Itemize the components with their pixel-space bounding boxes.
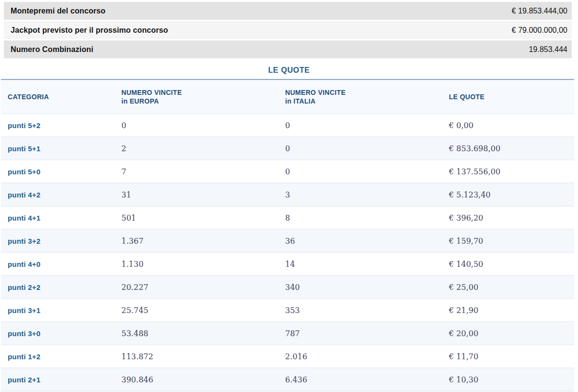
quote-table-header: CATEGORIA NUMERO VINCITE in EUROPA NUMER…: [1, 79, 574, 114]
category-cell: punti 2+1: [1, 368, 115, 391]
wins-italy-cell: 0: [278, 137, 442, 160]
wins-italy-cell: 340: [278, 275, 442, 299]
wins-italy-cell: 3: [278, 183, 442, 206]
table-row-punti-2-2: punti 2+2 20.227 340 € 25,00: [1, 275, 574, 299]
wins-europe-cell: 2: [115, 137, 278, 160]
wins-italy-cell: 6.436: [278, 368, 442, 391]
wins-europe-cell: 501: [115, 206, 278, 229]
summary-row-montepremi: Montepremi del concorso € 19.853.444,00: [4, 2, 572, 20]
table-row-punti-3-0: punti 3+0 53.488 787 € 20,00: [1, 322, 574, 345]
category-cell: punti 3+1: [1, 299, 115, 322]
category-cell: punti 3+0: [1, 322, 115, 345]
combinazioni-label: Numero Combinazioni: [11, 45, 93, 54]
wins-europe-cell: 7: [115, 160, 278, 183]
header-europa-line2: in EUROPA: [121, 97, 278, 105]
table-row-punti-4-2: punti 4+2 31 3 € 5.123,40: [1, 183, 574, 206]
lottery-results-page: Montepremi del concorso € 19.853.444,00 …: [0, 0, 578, 392]
quota-cell: € 5.123,40: [442, 183, 574, 206]
summary-row-combinazioni: Numero Combinazioni 19.853.444: [4, 40, 572, 58]
quote-table: CATEGORIA NUMERO VINCITE in EUROPA NUMER…: [1, 79, 574, 392]
montepremi-value: € 19.853.444,00: [512, 7, 567, 15]
wins-europe-cell: 1.367: [115, 229, 278, 252]
combinazioni-value: 19.853.444: [529, 45, 567, 54]
quota-cell: € 137.556,00: [442, 160, 574, 183]
quota-cell: € 140,50: [442, 252, 574, 275]
jackpot-label: Jackpot previsto per il prossimo concors…: [11, 26, 168, 35]
header-le-quote-label: LE QUOTE: [449, 93, 485, 101]
header-le-quote: LE QUOTE: [442, 79, 574, 114]
quota-cell: € 11,70: [442, 345, 574, 368]
quota-cell: € 25,00: [442, 275, 574, 299]
quota-cell: € 396,20: [442, 206, 574, 229]
header-italia-line1: NUMERO VINCITE: [285, 88, 442, 97]
category-cell: punti 4+1: [1, 206, 115, 229]
wins-europe-cell: 390.846: [115, 368, 278, 391]
quota-cell: € 853.698,00: [442, 137, 574, 160]
category-cell: punti 5+1: [1, 137, 115, 160]
wins-europe-cell: 25.745: [115, 299, 278, 322]
wins-italy-cell: 787: [278, 322, 442, 345]
wins-europe-cell: 0: [115, 114, 278, 137]
header-italia-line2: in ITALIA: [285, 97, 442, 105]
table-row-punti-5-2: punti 5+2 0 0 € 0,00: [1, 114, 574, 137]
header-categoria-label: CATEGORIA: [8, 93, 49, 101]
header-row: CATEGORIA NUMERO VINCITE in EUROPA NUMER…: [1, 79, 574, 114]
table-row-punti-5-1: punti 5+1 2 0 € 853.698,00: [1, 137, 574, 160]
wins-italy-cell: 14: [278, 252, 442, 275]
category-cell: punti 5+0: [1, 160, 115, 183]
quota-cell: € 0,00: [442, 114, 574, 137]
summary-row-jackpot: Jackpot previsto per il prossimo concors…: [4, 21, 572, 39]
section-title-le-quote: LE QUOTE: [0, 66, 578, 75]
quota-cell: € 20,00: [442, 322, 574, 345]
table-row-punti-4-0: punti 4+0 1.130 14 € 140,50: [1, 252, 574, 275]
table-row-punti-1-2: punti 1+2 113.872 2.016 € 11,70: [1, 345, 574, 368]
jackpot-value: € 79.000.000,00: [512, 26, 567, 35]
wins-italy-cell: 0: [278, 160, 442, 183]
wins-europe-cell: 31: [115, 183, 278, 206]
wins-europe-cell: 1.130: [115, 252, 278, 275]
wins-italy-cell: 0: [278, 114, 442, 137]
table-row-punti-5-0: punti 5+0 7 0 € 137.556,00: [1, 160, 574, 183]
wins-italy-cell: 8: [278, 206, 442, 229]
table-row-punti-3-1: punti 3+1 25.745 353 € 21,90: [1, 299, 574, 322]
table-row-punti-2-1: punti 2+1 390.846 6.436 € 10,30: [1, 368, 574, 391]
header-europa-line1: NUMERO VINCITE: [121, 88, 278, 97]
wins-italy-cell: 353: [278, 299, 442, 322]
category-cell: punti 4+2: [1, 183, 115, 206]
wins-europe-cell: 53.488: [115, 322, 278, 345]
quota-cell: € 21,90: [442, 299, 574, 322]
category-cell: punti 4+0: [1, 252, 115, 275]
header-vincite-europa: NUMERO VINCITE in EUROPA: [115, 79, 278, 114]
table-row-punti-3-2: punti 3+2 1.367 36 € 159,70: [1, 229, 574, 252]
header-categoria: CATEGORIA: [1, 79, 115, 114]
quote-table-body: punti 5+2 0 0 € 0,00 punti 5+1 2 0 € 853…: [1, 114, 574, 391]
quota-cell: € 159,70: [442, 229, 574, 252]
table-row-punti-4-1: punti 4+1 501 8 € 396,20: [1, 206, 574, 229]
category-cell: punti 5+2: [1, 114, 115, 137]
montepremi-label: Montepremi del concorso: [11, 7, 105, 15]
contest-summary: Montepremi del concorso € 19.853.444,00 …: [0, 0, 578, 58]
header-vincite-italia: NUMERO VINCITE in ITALIA: [278, 79, 442, 114]
wins-europe-cell: 113.872: [115, 345, 278, 368]
wins-europe-cell: 20.227: [115, 275, 278, 299]
quota-cell: € 10,30: [442, 368, 574, 391]
category-cell: punti 3+2: [1, 229, 115, 252]
wins-italy-cell: 2.016: [278, 345, 442, 368]
wins-italy-cell: 36: [278, 229, 442, 252]
category-cell: punti 2+2: [1, 275, 115, 299]
category-cell: punti 1+2: [1, 345, 115, 368]
